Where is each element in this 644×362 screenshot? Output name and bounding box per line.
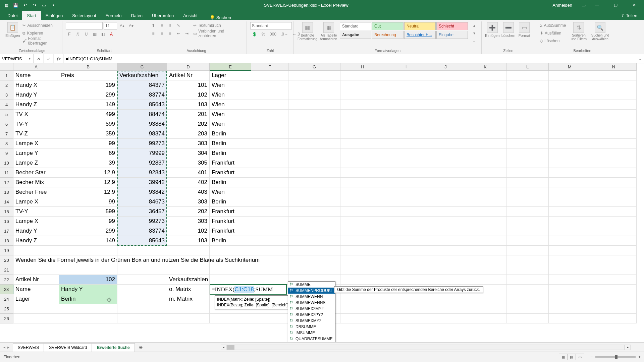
row-header-10[interactable]: 10 — [0, 158, 13, 168]
cell[interactable] — [506, 187, 549, 197]
inc-decimal-icon[interactable]: .0→ — [279, 31, 290, 38]
row-header-23[interactable]: 23 — [0, 285, 13, 294]
cell[interactable]: Berlin — [210, 197, 251, 207]
cell[interactable]: Name — [13, 71, 59, 80]
cell[interactable] — [385, 255, 427, 265]
ribbon-tab-ansicht[interactable]: Ansicht — [178, 11, 202, 20]
cell[interactable] — [340, 217, 385, 226]
cell[interactable] — [464, 217, 506, 226]
row-header-5[interactable]: 5 — [0, 110, 13, 119]
ribbon-options-icon[interactable]: ▭ — [582, 3, 586, 8]
orientation-icon[interactable]: ⤡ — [175, 22, 182, 29]
cell[interactable] — [251, 187, 288, 197]
cell[interactable] — [427, 80, 464, 90]
cell[interactable] — [167, 314, 210, 323]
cell[interactable]: 102 — [167, 90, 210, 100]
cell[interactable] — [59, 255, 117, 265]
comma-icon[interactable]: 000 — [268, 31, 278, 38]
cell[interactable]: 402 — [167, 178, 210, 187]
name-box-dropdown-icon[interactable]: ▼ — [28, 57, 31, 60]
cell[interactable]: Wien — [210, 80, 251, 90]
cell[interactable] — [385, 246, 427, 255]
close-button[interactable]: ✕ — [627, 0, 642, 10]
cell[interactable]: 103 — [167, 100, 210, 110]
cell[interactable] — [549, 158, 591, 168]
row-header-22[interactable]: 22 — [0, 275, 13, 285]
cell[interactable] — [506, 71, 549, 80]
cell[interactable] — [385, 304, 427, 314]
row-header-1[interactable]: 1 — [0, 71, 13, 80]
cell[interactable] — [385, 100, 427, 110]
cell[interactable] — [506, 110, 549, 119]
cell[interactable]: TV-Z — [13, 129, 59, 139]
cut-button[interactable]: ✂Ausschneiden — [21, 22, 59, 29]
cell[interactable] — [340, 168, 385, 178]
cell-style-ausgabe[interactable]: Ausgabe — [340, 31, 371, 39]
cell[interactable]: 99273 — [117, 139, 167, 148]
cell[interactable]: TV-Y — [13, 119, 59, 129]
column-header-J[interactable]: J — [427, 63, 464, 71]
cell[interactable] — [340, 129, 385, 139]
cell[interactable] — [385, 71, 427, 80]
cell[interactable] — [251, 90, 288, 100]
cell[interactable] — [591, 226, 637, 236]
format-painter-button[interactable]: 🖌Format übertragen — [21, 38, 59, 44]
conditional-formatting-button[interactable]: ▦Bedingte Formatierung — [297, 22, 318, 41]
cell[interactable] — [549, 80, 591, 90]
row-header-19[interactable]: 19 — [0, 246, 13, 255]
ribbon-tab-daten[interactable]: Daten — [126, 11, 147, 20]
add-sheet-button[interactable]: ⊕ — [135, 343, 147, 352]
merge-center-button[interactable]: ▭Verbinden und zentrieren — [192, 30, 243, 37]
cell[interactable] — [427, 236, 464, 246]
autosum-button[interactable]: ΣAutoSumme — [539, 22, 567, 29]
cell[interactable] — [251, 207, 288, 217]
ribbon-tab-datei[interactable]: Datei — [3, 11, 22, 20]
cell[interactable]: 103 — [167, 236, 210, 246]
cell[interactable]: 84377 — [117, 80, 167, 90]
cell[interactable] — [251, 178, 288, 187]
cell[interactable] — [549, 187, 591, 197]
cell[interactable] — [340, 71, 385, 80]
fn-suggestion-summex2my2[interactable]: SUMMEX2MY2 — [288, 306, 335, 312]
function-autocomplete-list[interactable]: SUMMESUMMENPRODUKTSUMMEWENNSUMMEWENNSSUM… — [288, 281, 335, 342]
cell[interactable]: Handy X — [13, 80, 59, 90]
cell[interactable]: 499 — [59, 110, 117, 119]
cell[interactable] — [340, 110, 385, 119]
cell[interactable]: 93884 — [117, 119, 167, 129]
cell[interactable] — [591, 90, 637, 100]
touch-mode-icon[interactable]: ▭ — [40, 1, 48, 9]
fn-suggestion-summewenn[interactable]: SUMMEWENN — [288, 294, 335, 300]
indent-decrease-icon[interactable]: ⇤ — [175, 30, 182, 37]
cell[interactable] — [427, 314, 464, 323]
row-header-9[interactable]: 9 — [0, 148, 13, 158]
cell[interactable] — [59, 304, 117, 314]
cell[interactable] — [506, 236, 549, 246]
cell[interactable] — [385, 129, 427, 139]
cell[interactable] — [591, 129, 637, 139]
cell[interactable] — [288, 226, 340, 236]
cell[interactable]: 303 — [167, 139, 210, 148]
sheet-nav-first-icon[interactable]: ◂ — [3, 345, 5, 350]
column-header-F[interactable]: F — [251, 63, 288, 71]
cell[interactable] — [340, 80, 385, 90]
horizontal-scrollbar[interactable]: ◂ ▸ — [221, 345, 631, 350]
cell[interactable]: Wien — [210, 119, 251, 129]
cell[interactable] — [385, 148, 427, 158]
cell[interactable]: Lampe Z — [13, 158, 59, 168]
row-header-17[interactable]: 17 — [0, 226, 13, 236]
cell[interactable] — [549, 119, 591, 129]
cell[interactable]: 79999 — [117, 148, 167, 158]
cell[interactable] — [251, 255, 288, 265]
zoom-out-icon[interactable]: − — [590, 355, 593, 359]
cell[interactable]: 12,9 — [59, 178, 117, 187]
cell[interactable] — [464, 304, 506, 314]
fx-button[interactable]: ƒx — [54, 54, 64, 63]
align-bottom-icon[interactable]: ⬇ — [166, 22, 174, 29]
cell[interactable] — [506, 207, 549, 217]
cell[interactable] — [464, 178, 506, 187]
cell[interactable] — [251, 265, 288, 275]
cell[interactable]: 403 — [167, 187, 210, 197]
cell[interactable] — [427, 217, 464, 226]
cell[interactable]: 102 — [59, 275, 117, 285]
cell[interactable]: 149 — [59, 236, 117, 246]
